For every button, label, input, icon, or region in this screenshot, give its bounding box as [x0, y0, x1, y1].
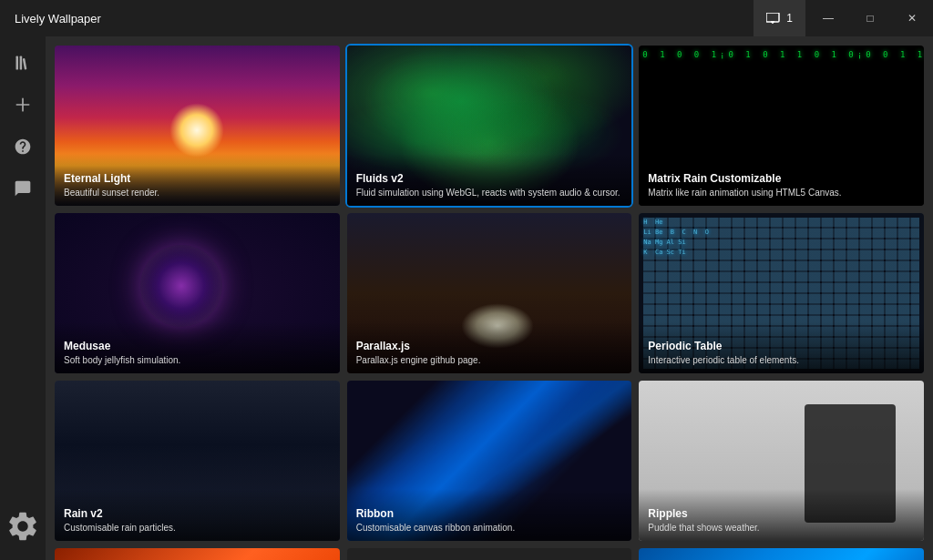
help-icon: [14, 137, 32, 156]
svg-rect-3: [16, 56, 19, 70]
add-icon: [14, 96, 32, 114]
feedback-icon: [14, 179, 32, 198]
minimize-button[interactable]: —: [807, 0, 849, 36]
titlebar: Lively Wallpaper 1 — □ ✕: [0, 0, 933, 36]
wallpaper-card-ripples[interactable]: Ripples Puddle that shows weather.: [639, 381, 924, 541]
partial-card-empty[interactable]: [347, 548, 632, 560]
close-button[interactable]: ✕: [891, 0, 933, 36]
card-title: Medusae: [64, 340, 331, 352]
card-info-eternal-light: Eternal Light Beautiful sunset render.: [55, 154, 340, 206]
card-info-matrix-rain: Matrix Rain Customizable Matrix like rai…: [639, 154, 924, 206]
wallpaper-card-rain-v2[interactable]: Rain v2 Customisable rain particles.: [55, 381, 340, 541]
monitor-count: 1: [786, 12, 793, 25]
wallpaper-card-ribbon[interactable]: Ribbon Customisable canvas ribbon animat…: [347, 381, 632, 541]
thumbnail-orange: [55, 548, 340, 560]
card-info-fluids-v2: Fluids v2 Fluid simulation using WebGL, …: [347, 154, 632, 206]
wallpaper-card-parallax-js[interactable]: Parallax.js Parallax.js engine github pa…: [347, 213, 632, 373]
card-desc: Matrix like rain animation using HTML5 C…: [648, 187, 915, 199]
svg-rect-4: [20, 56, 23, 70]
card-title: Rain v2: [64, 507, 331, 520]
card-title: Ripples: [648, 507, 915, 520]
thumbnail-blue: [639, 548, 924, 560]
partial-card-blue[interactable]: [639, 548, 924, 560]
app-title: Lively Wallpaper: [15, 12, 101, 25]
card-info-ribbon: Ribbon Customisable canvas ribbon animat…: [347, 489, 632, 541]
content-area: Eternal Light Beautiful sunset render. F…: [46, 36, 933, 560]
thumbnail-empty: [347, 548, 632, 560]
monitor-button[interactable]: 1: [754, 0, 805, 36]
card-info-ripples: Ripples Puddle that shows weather.: [639, 489, 924, 541]
sidebar-item-library[interactable]: [5, 46, 40, 80]
card-info-periodic-table: Periodic Table Interactive periodic tabl…: [639, 321, 924, 373]
card-desc: Beautiful sunset render.: [64, 187, 331, 199]
library-icon: [14, 54, 32, 72]
card-info-parallax-js: Parallax.js Parallax.js engine github pa…: [347, 321, 632, 373]
card-title: Periodic Table: [648, 340, 915, 352]
monitor-icon: [766, 13, 781, 24]
wallpaper-card-matrix-rain[interactable]: Matrix Rain Customizable Matrix like rai…: [639, 46, 924, 206]
wallpaper-card-eternal-light[interactable]: Eternal Light Beautiful sunset render.: [55, 46, 340, 206]
partial-card-orange[interactable]: [55, 548, 340, 560]
card-desc: Customisable rain particles.: [64, 522, 331, 534]
card-desc: Parallax.js engine github page.: [356, 354, 623, 366]
card-info-medusae: Medusae Soft body jellyfish simulation.: [55, 321, 340, 373]
settings-icon: [5, 509, 40, 544]
card-title: Ribbon: [356, 507, 623, 520]
wallpaper-grid: Eternal Light Beautiful sunset render. F…: [55, 46, 924, 541]
maximize-button[interactable]: □: [849, 0, 891, 36]
card-desc: Fluid simulation using WebGL, reacts wit…: [356, 187, 623, 199]
card-title: Eternal Light: [64, 172, 331, 185]
sidebar-item-settings[interactable]: [5, 509, 40, 544]
card-title: Matrix Rain Customizable: [648, 172, 915, 185]
sidebar-item-help[interactable]: [5, 129, 40, 164]
wallpaper-card-medusae[interactable]: Medusae Soft body jellyfish simulation.: [55, 213, 340, 373]
card-desc: Puddle that shows weather.: [648, 522, 915, 534]
card-info-rain-v2: Rain v2 Customisable rain particles.: [55, 489, 340, 541]
svg-rect-0: [766, 13, 779, 22]
svg-rect-5: [23, 58, 27, 70]
sidebar-item-feedback[interactable]: [5, 171, 40, 206]
main-layout: Eternal Light Beautiful sunset render. F…: [0, 36, 933, 560]
card-desc: Interactive periodic table of elements.: [648, 354, 915, 366]
card-desc: Soft body jellyfish simulation.: [64, 354, 331, 366]
sidebar-item-add[interactable]: [5, 87, 40, 122]
card-desc: Customisable canvas ribbon animation.: [356, 522, 623, 534]
wallpaper-card-periodic-table[interactable]: Periodic Table Interactive periodic tabl…: [639, 213, 924, 373]
partial-row: [55, 548, 924, 560]
titlebar-controls: 1 — □ ✕: [754, 0, 933, 36]
sidebar: [0, 36, 46, 560]
wallpaper-card-fluids-v2[interactable]: Fluids v2 Fluid simulation using WebGL, …: [347, 46, 632, 206]
card-title: Parallax.js: [356, 340, 623, 352]
card-title: Fluids v2: [356, 172, 623, 185]
